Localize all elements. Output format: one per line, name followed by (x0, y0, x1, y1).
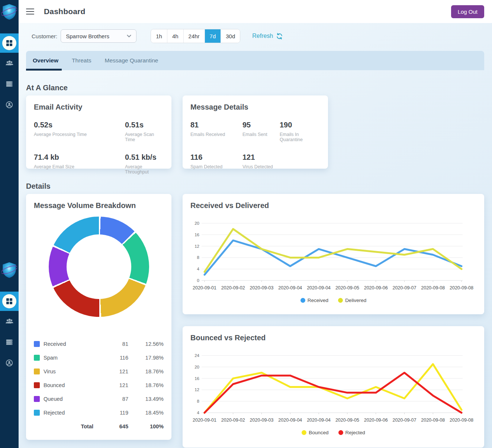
stat-label: Average Processing Time (34, 132, 125, 137)
stat-label: Spam Detected (190, 164, 242, 169)
svg-text:2020-09-08: 2020-09-08 (450, 418, 473, 423)
received-vs-delivered-chart: 0481216202020-09-012020-09-022020-09-032… (190, 211, 476, 298)
active-tab-underline (26, 69, 62, 71)
svg-text:2020-09-01: 2020-09-01 (193, 418, 216, 423)
server-icon (5, 338, 13, 346)
stat: 116Spam Detected (190, 153, 242, 169)
refresh-label: Refresh (252, 33, 273, 39)
refresh-icon (276, 33, 283, 40)
message-volume-breakdown-title: Message Volume Breakdown (34, 201, 164, 210)
legend-swatch (34, 341, 40, 347)
legend-swatch (34, 382, 40, 388)
svg-text:20: 20 (194, 221, 199, 225)
svg-text:2020-09-01: 2020-09-01 (193, 285, 216, 290)
shield-logo (1, 262, 17, 279)
sidebar-item-account[interactable] (0, 353, 19, 373)
refresh-button[interactable]: Refresh (252, 33, 283, 40)
stat: 190Emails In Quarantine (280, 121, 320, 142)
tab-threats[interactable]: Threats (72, 57, 91, 64)
customer-label: Customer: (32, 33, 57, 39)
stat-value: 121 (242, 153, 280, 162)
stat-value: 190 (280, 121, 320, 129)
bounced-vs-rejected-card: Bounced vs Rejected 48121620242020-09-01… (183, 326, 484, 448)
logout-button[interactable]: Log Out (451, 5, 484, 18)
svg-text:2020-09-04: 2020-09-04 (278, 418, 302, 423)
stat-value: 0.51s (125, 121, 164, 129)
range-button-24hr[interactable]: 24hr (184, 29, 205, 43)
sidebar-item-servers[interactable] (0, 74, 19, 94)
legend-row-received: Received8112.56% (34, 337, 164, 351)
legend-value: 87 (99, 396, 128, 402)
svg-text:2020-09-08: 2020-09-08 (450, 285, 473, 290)
top-header: Dashboard Log Out (19, 0, 492, 23)
delivered-line (205, 229, 462, 272)
app-logo (0, 0, 19, 21)
message-volume-donut-chart (49, 217, 149, 317)
range-button-1h[interactable]: 1h (151, 29, 167, 43)
legend-row-virus: Virus12118.76% (34, 364, 164, 378)
legend-dot (302, 430, 306, 435)
range-button-7d[interactable]: 7d (205, 29, 221, 43)
sidebar-item-account[interactable] (0, 94, 19, 115)
email-activity-title: Email Activity (34, 103, 164, 111)
user-circle-icon (5, 101, 13, 109)
svg-text:12: 12 (194, 244, 199, 249)
donut-legend-table: Received8112.56%Spam11617.98%Virus12118.… (34, 337, 164, 433)
legend-value: 119 (99, 410, 128, 416)
legend-swatch (34, 396, 40, 402)
sidebar-item-dashboard[interactable] (0, 33, 19, 53)
shield-logo (1, 3, 17, 20)
legend-row-queued: Queued8713.49% (34, 392, 164, 406)
legend-dot (300, 298, 305, 303)
legend-swatch (34, 355, 40, 361)
legend-swatch (34, 369, 40, 374)
svg-text:4: 4 (197, 410, 200, 415)
tab-message-quarantine[interactable]: Message Quarantine (105, 57, 158, 64)
legend-dot (338, 430, 343, 435)
toolbar: Customer: Sparrow Brothers 1h4h24hr7d30d… (32, 23, 484, 43)
total-percent: 100% (128, 423, 164, 429)
legend-text: Rejected (345, 430, 365, 435)
legend-value: 121 (99, 382, 128, 388)
stat-value: 95 (242, 121, 280, 129)
legend-text: Bounced (309, 430, 328, 435)
svg-text:16: 16 (194, 233, 199, 237)
received-vs-delivered-title: Received vs Delivered (190, 201, 476, 210)
stat-label: Emails Sent (242, 132, 280, 137)
message-details-title: Message Details (190, 103, 320, 111)
range-button-4h[interactable]: 4h (167, 29, 184, 43)
tab-bar: OverviewThreatsMessage Quarantine (26, 51, 484, 70)
customer-select[interactable]: Sparrow Brothers (61, 29, 136, 43)
range-button-30d[interactable]: 30d (221, 29, 240, 43)
legend-row-bounced: Bounced12118.76% (34, 378, 164, 392)
sidebar-item-servers[interactable] (0, 332, 19, 353)
sidebar (0, 0, 19, 448)
stat: 71.4 kbAverage Email Size (34, 153, 125, 175)
message-details-card: Message Details 81Emails Received95Email… (183, 95, 328, 169)
stat-label: Average Throughput (125, 164, 164, 175)
svg-text:2020-09-08: 2020-09-08 (421, 418, 445, 423)
stat-label: Emails Received (190, 132, 242, 137)
svg-text:8: 8 (197, 255, 199, 260)
user-circle-icon (5, 359, 13, 367)
sidebar-item-users[interactable] (0, 311, 19, 332)
legend-label: Rejected (44, 410, 99, 416)
stat-label: Average Email Size (34, 164, 125, 169)
tab-overview[interactable]: Overview (33, 57, 58, 64)
legend-item-bounced: Bounced (302, 430, 328, 435)
legend-percent: 12.56% (128, 341, 164, 347)
legend-value: 81 (99, 341, 128, 347)
legend-label: Bounced (44, 382, 99, 388)
hamburger-icon[interactable] (26, 9, 34, 14)
sidebar-item-dashboard[interactable] (0, 292, 19, 311)
legend-total-row: Total645100% (34, 419, 164, 433)
svg-text:0: 0 (197, 278, 199, 283)
svg-text:2020-09-07: 2020-09-07 (392, 285, 416, 290)
stat-value: 71.4 kb (34, 153, 125, 162)
received-vs-delivered-card: Received vs Delivered 0481216202020-09-0… (183, 194, 484, 314)
total-label: Total (34, 423, 99, 429)
sidebar-item-users[interactable] (0, 53, 19, 74)
customer-select-value: Sparrow Brothers (66, 33, 126, 39)
svg-text:2020-09-04: 2020-09-04 (307, 285, 331, 290)
svg-text:2020-09-08: 2020-09-08 (421, 285, 445, 290)
